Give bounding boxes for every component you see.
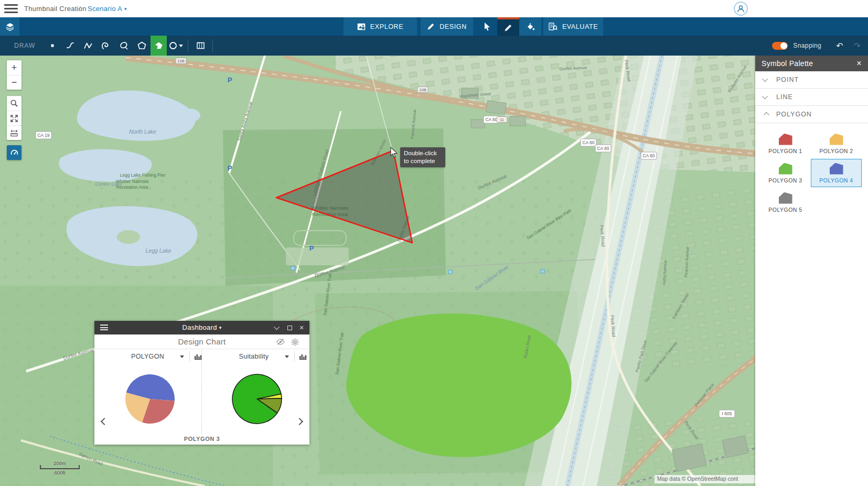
symbol-palette-title: Symbol Palette (762, 59, 813, 68)
svg-text:10B: 10B (419, 88, 426, 92)
chart-field-dropdown[interactable]: POLYGON (115, 353, 180, 360)
highway-shield: CA 60 (581, 139, 596, 146)
palette-swatches: POLYGON 1POLYGON 2POLYGON 3POLYGON 4POLY… (760, 129, 868, 217)
chart-field-dropdown[interactable]: Suitability (223, 353, 285, 360)
polygon-swatch-icon (779, 163, 792, 175)
swatch-polygon-4[interactable]: POLYGON 4 (811, 159, 862, 187)
swatch-polygon-5[interactable]: POLYGON 5 (760, 188, 811, 217)
highway-shield: CA 19 (36, 132, 51, 139)
palette-section-point[interactable]: POINT (755, 71, 868, 89)
dashboard-minimize-button[interactable] (272, 321, 283, 334)
dashboard-close-button[interactable]: × (296, 321, 307, 334)
fill-tool-button[interactable] (519, 17, 541, 36)
highway-shield: 10B (417, 87, 428, 93)
redo-button[interactable]: ↷ (854, 41, 861, 51)
freehand-shape-icon (119, 41, 128, 50)
zoom-controls: + − (7, 60, 22, 90)
sketch-layer-tool[interactable] (191, 36, 209, 56)
measure-button[interactable] (7, 125, 22, 140)
draw-toolbar: DRAW Snapping ↶ (0, 36, 868, 56)
dashboard-titlebar[interactable]: Dashboard ▾ × (94, 321, 309, 334)
draw-polygon-tool[interactable] (133, 36, 151, 56)
sketch-tool-button[interactable] (497, 17, 519, 36)
app: North LakeCenter LakeLegg LakeLegg Lake … (0, 0, 868, 486)
full-extent-button[interactable] (7, 111, 22, 125)
draw-shape-tool-active[interactable] (151, 36, 167, 56)
dashboard-toggle-button[interactable] (7, 145, 22, 160)
zoom-in-button[interactable]: + (7, 60, 22, 75)
draw-freehand-line-tool[interactable] (97, 36, 115, 56)
chevron-down-icon[interactable] (180, 355, 184, 358)
draw-curve-tool[interactable] (61, 36, 79, 56)
chevron-down-icon (179, 45, 183, 47)
dashboard-maximize-button[interactable] (284, 321, 295, 334)
draw-point-tool[interactable] (44, 36, 61, 56)
tab-design-label: DESIGN (440, 23, 467, 30)
dashboard-body: POLYGON Suitability (94, 349, 309, 444)
svg-text:I 605: I 605 (722, 411, 732, 416)
select-tool-button[interactable] (477, 17, 497, 36)
palette-section-label: LINE (776, 93, 793, 101)
image-icon (357, 23, 366, 30)
tab-design[interactable]: DESIGN (421, 17, 473, 36)
top-bar: Thumbnail Creation / Scenario A▾ (0, 0, 868, 17)
highway-shield: 10B (176, 58, 186, 64)
pie-chart-suitability (203, 364, 308, 432)
map-attribution: Map data © OpenStreetMap cont (655, 475, 755, 483)
polygon-swatch-icon (779, 192, 792, 204)
draw-circle-tool[interactable] (167, 36, 185, 56)
palette-section-label: POINT (776, 76, 799, 83)
pencil-icon (504, 24, 512, 32)
zoom-out-button[interactable]: − (7, 75, 22, 90)
highway-shield: 11 (497, 117, 507, 123)
layers-icon (5, 22, 15, 31)
chevron-down-icon[interactable] (285, 355, 289, 358)
swatch-polygon-1[interactable]: POLYGON 1 (760, 129, 811, 158)
expand-arrows-icon (10, 114, 18, 123)
chevron-down-icon (762, 76, 768, 82)
hamburger-menu-icon[interactable] (4, 4, 18, 13)
chevron-down-icon (762, 93, 768, 99)
pie-chart-polygon (96, 364, 201, 432)
bar-chart-icon[interactable] (299, 353, 307, 360)
chart-header-left: POLYGON (115, 349, 202, 364)
swatch-label: POLYGON 1 (768, 148, 802, 154)
tab-evaluate-label: EVALUATE (562, 23, 598, 30)
circle-icon (169, 41, 177, 50)
polygon-filled-icon (154, 41, 163, 50)
undo-button[interactable]: ↶ (836, 41, 843, 51)
draw-polyline-tool[interactable] (79, 36, 97, 56)
swatch-label: POLYGON 2 (819, 148, 853, 154)
close-icon[interactable]: × (856, 59, 862, 68)
chevron-down-icon: ▾ (124, 6, 127, 12)
account-button[interactable] (734, 2, 748, 16)
layers-button[interactable] (0, 17, 19, 36)
tab-explore[interactable]: EXPLORE (344, 17, 417, 36)
palette-sections: POINTLINEPOLYGON (755, 71, 868, 123)
paint-bucket-icon (526, 23, 535, 31)
chart-footer-label: POLYGON 3 (94, 436, 309, 442)
highway-shield: CA 60 (595, 145, 611, 152)
swatch-polygon-3[interactable]: POLYGON 3 (760, 159, 811, 187)
map-label: North Lake (129, 128, 156, 135)
tab-explore-label: EXPLORE (370, 23, 403, 30)
pie-chart (203, 364, 308, 434)
visibility-button[interactable] (276, 338, 285, 348)
swatch-label: POLYGON 5 (768, 207, 802, 213)
swatch-polygon-2[interactable]: POLYGON 2 (811, 129, 862, 158)
snapping-toggle[interactable] (772, 42, 788, 50)
breadcrumb-project[interactable]: Thumbnail Creation (24, 5, 87, 13)
pencil-icon (427, 23, 435, 30)
tab-evaluate[interactable]: EVALUATE (543, 17, 603, 36)
breadcrumb-scenario-dropdown[interactable]: Scenario A▾ (88, 5, 127, 13)
symbol-palette-header: Symbol Palette × (755, 56, 868, 71)
bar-chart-icon[interactable] (194, 353, 202, 360)
symbol-palette-panel: Symbol Palette × POINTLINEPOLYGON POLYGO… (755, 56, 868, 486)
draw-freehand-polygon-tool[interactable] (115, 36, 133, 56)
map-tools (7, 96, 22, 140)
palette-section-line[interactable]: LINE (755, 89, 868, 106)
settings-button[interactable] (291, 338, 299, 348)
breadcrumb-separator: / (79, 5, 81, 13)
palette-section-polygon[interactable]: POLYGON (755, 106, 868, 123)
search-button[interactable] (7, 96, 22, 111)
